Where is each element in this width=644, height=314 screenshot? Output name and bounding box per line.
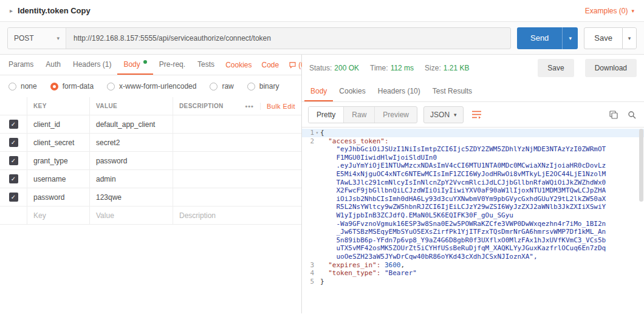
row-description[interactable] bbox=[173, 115, 301, 133]
row-description[interactable] bbox=[173, 134, 301, 151]
request-response-split: Params Auth Headers (1) Body Pre-req. Te… bbox=[0, 55, 644, 313]
format-label: JSON bbox=[430, 111, 450, 119]
code-line: 4"token_type": "Bearer" bbox=[302, 269, 644, 278]
row-key[interactable]: client_secret bbox=[27, 134, 90, 151]
row-value[interactable]: admin bbox=[90, 170, 173, 188]
chevron-down-icon: ▾ bbox=[57, 35, 60, 41]
key-input[interactable]: Key bbox=[27, 206, 90, 224]
row-checkbox[interactable]: ✓ bbox=[9, 156, 18, 165]
wrap-lines-icon bbox=[471, 110, 482, 119]
tab-params[interactable]: Params bbox=[2, 55, 39, 75]
view-pretty[interactable]: Pretty bbox=[309, 107, 344, 123]
mode-form-data-label: form-data bbox=[63, 82, 94, 90]
fold-gutter bbox=[314, 137, 320, 261]
tab-response-body[interactable]: Body bbox=[304, 81, 333, 101]
send-options-caret[interactable]: ▾ bbox=[562, 27, 578, 49]
mode-binary[interactable]: binary bbox=[247, 82, 279, 90]
row-description[interactable] bbox=[173, 170, 301, 188]
form-data-table: KEY VALUE DESCRIPTION ••• Bulk Edit ✓ cl… bbox=[0, 97, 301, 225]
download-response-button[interactable]: Download bbox=[585, 59, 637, 77]
body-content-dot-icon bbox=[143, 60, 147, 64]
time-label: Time: bbox=[370, 64, 388, 72]
request-pane: Params Auth Headers (1) Body Pre-req. Te… bbox=[0, 55, 302, 313]
scrollbar-thumb[interactable] bbox=[639, 129, 643, 202]
save-response-button[interactable]: Save bbox=[538, 59, 574, 77]
response-body-viewer[interactable]: 1▾{2"access_token":"eyJhbGciOiJSUzI1NiIs… bbox=[302, 128, 644, 313]
table-menu-icon[interactable]: ••• bbox=[245, 103, 254, 110]
tab-headers[interactable]: Headers (1) bbox=[67, 55, 117, 75]
search-icon bbox=[628, 111, 636, 119]
status-pair: Status: 200 OK bbox=[309, 64, 359, 72]
form-data-row: ✓ username admin bbox=[0, 170, 301, 188]
form-row-placeholder: Key Value Description bbox=[0, 206, 301, 225]
row-checkbox-cell: ✓ bbox=[0, 134, 27, 151]
tab-body[interactable]: Body bbox=[117, 55, 152, 75]
view-raw[interactable]: Raw bbox=[344, 107, 375, 123]
response-scrollbar[interactable] bbox=[639, 129, 643, 312]
row-checkbox-cell: ✓ bbox=[0, 152, 27, 169]
mode-none[interactable]: none bbox=[9, 82, 37, 90]
mode-urlencoded[interactable]: x-www-form-urlencoded bbox=[107, 82, 196, 90]
description-input[interactable]: Description bbox=[173, 206, 301, 224]
search-response-button[interactable] bbox=[626, 109, 638, 121]
tab-tests[interactable]: Tests bbox=[191, 55, 221, 75]
send-button-group: Send ▾ bbox=[517, 27, 578, 49]
chevron-down-icon: ▾ bbox=[631, 8, 634, 14]
row-value[interactable]: password bbox=[90, 152, 173, 169]
tab-auth[interactable]: Auth bbox=[39, 55, 67, 75]
mode-form-data[interactable]: form-data bbox=[50, 82, 94, 90]
value-input[interactable]: Value bbox=[90, 206, 173, 224]
row-value[interactable]: secret2 bbox=[90, 134, 173, 151]
line-number: 5 bbox=[310, 278, 314, 286]
collapse-caret-icon[interactable]: ▸ bbox=[10, 7, 13, 14]
cookies-link[interactable]: Cookies bbox=[221, 61, 256, 69]
row-checkbox[interactable]: ✓ bbox=[9, 138, 18, 147]
row-key[interactable]: password bbox=[27, 188, 90, 206]
url-bar: POST ▾ http://192.168.8.157:5555/api/ser… bbox=[0, 22, 644, 55]
tab-body-label: Body bbox=[123, 60, 140, 69]
row-checkbox-cell: ✓ bbox=[0, 170, 27, 188]
row-checkbox[interactable]: ✓ bbox=[9, 120, 18, 129]
examples-dropdown[interactable]: Examples (0) ▾ bbox=[585, 7, 634, 15]
view-mode-group: Pretty Raw Preview bbox=[308, 106, 417, 123]
code-link[interactable]: Code bbox=[256, 61, 284, 69]
row-value[interactable]: 123qwe bbox=[90, 188, 173, 206]
time-pair: Time: 112 ms bbox=[370, 64, 414, 72]
fold-caret-icon[interactable]: ▾ bbox=[314, 129, 320, 137]
fold-gutter bbox=[314, 269, 320, 278]
row-key[interactable]: client_id bbox=[27, 115, 90, 133]
wrap-lines-button[interactable] bbox=[470, 108, 484, 121]
tab-response-cookies[interactable]: Cookies bbox=[333, 81, 371, 101]
radio-icon bbox=[247, 83, 255, 90]
mode-none-label: none bbox=[21, 82, 37, 90]
save-button[interactable]: Save bbox=[584, 27, 622, 49]
header-description: DESCRIPTION bbox=[179, 103, 224, 109]
row-checkbox[interactable]: ✓ bbox=[9, 174, 18, 183]
format-select[interactable]: JSON ▾ bbox=[423, 106, 464, 123]
row-checkbox[interactable]: ✓ bbox=[9, 193, 18, 202]
tab-test-results[interactable]: Test Results bbox=[426, 81, 478, 101]
row-key[interactable]: grant_type bbox=[27, 152, 90, 169]
form-data-row: ✓ grant_type password bbox=[0, 152, 301, 170]
bulk-edit-link[interactable]: Bulk Edit bbox=[260, 103, 295, 110]
header-checkbox-cell bbox=[0, 97, 27, 115]
method-select[interactable]: POST ▾ bbox=[8, 28, 66, 49]
size-value: 1.21 KB bbox=[444, 64, 470, 72]
row-description[interactable] bbox=[173, 188, 301, 206]
row-value[interactable]: default_app_client bbox=[90, 115, 173, 133]
save-options-caret[interactable]: ▾ bbox=[622, 27, 637, 49]
response-pane: Status: 200 OK Time: 112 ms Size: 1.21 K… bbox=[302, 55, 644, 313]
chevron-down-icon: ▾ bbox=[454, 112, 457, 118]
size-label: Size: bbox=[425, 64, 441, 72]
row-key[interactable]: username bbox=[27, 170, 90, 188]
row-description[interactable] bbox=[173, 152, 301, 169]
send-button[interactable]: Send bbox=[517, 27, 562, 49]
view-preview[interactable]: Preview bbox=[375, 107, 417, 123]
tab-response-headers[interactable]: Headers (10) bbox=[372, 81, 426, 101]
status-value: 200 OK bbox=[334, 64, 359, 72]
copy-response-button[interactable] bbox=[608, 109, 620, 121]
tab-pre-request[interactable]: Pre-req. bbox=[153, 55, 191, 75]
mode-raw[interactable]: raw bbox=[210, 82, 233, 90]
response-code-lines: 1▾{2"access_token":"eyJhbGciOiJSUzI1NiIs… bbox=[302, 129, 644, 285]
url-input[interactable]: http://192.168.8.157:5555/api/serviceaut… bbox=[66, 28, 510, 49]
